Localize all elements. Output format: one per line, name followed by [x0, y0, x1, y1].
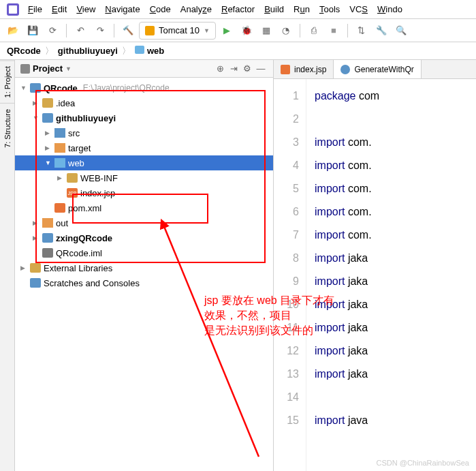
expand-icon[interactable]: ▶ — [33, 100, 39, 106]
folder-icon — [54, 143, 65, 153]
separator — [347, 24, 348, 37]
stop-icon[interactable]: ■ — [325, 22, 343, 40]
editor-area: index.jsp GenerateWithQr 123456789101112… — [274, 60, 476, 471]
breadcrumb-item[interactable]: web — [135, 46, 164, 56]
left-gutter: 1: Project 7: Structure — [0, 60, 15, 471]
tree-item-out[interactable]: ▶ out — [15, 215, 273, 230]
web-folder-icon — [54, 158, 65, 168]
tomcat-icon — [145, 26, 155, 35]
expand-icon[interactable]: ▶ — [57, 174, 64, 181]
menu-tools[interactable]: Tools — [315, 3, 345, 16]
project-tree[interactable]: ▼ QRcode E:\Java\project\QRcode ▶ .idea … — [15, 78, 273, 471]
refresh-icon[interactable]: ⟳ — [44, 22, 61, 40]
menu-build[interactable]: Build — [259, 3, 289, 16]
tab-generate[interactable]: GenerateWithQr — [334, 60, 421, 78]
tree-item-pom[interactable]: pom.xml — [15, 200, 273, 215]
breadcrumb-item[interactable]: githubliuyueyi — [58, 46, 118, 56]
tree-item-target[interactable]: ▶ target — [15, 140, 273, 155]
expand-icon[interactable]: ▶ — [20, 264, 27, 271]
folder-icon — [42, 218, 53, 228]
menu-analyze[interactable]: Analyze — [176, 3, 217, 16]
tree-item-indexjsp[interactable]: JSP index.jsp — [15, 185, 273, 200]
expand-icon[interactable]: ▶ — [45, 130, 52, 136]
tree-item-module[interactable]: ▼ githubliuyueyi — [15, 110, 273, 125]
hammer-icon[interactable]: 🔨 — [119, 22, 137, 40]
editor-tabs: index.jsp GenerateWithQr — [274, 60, 476, 79]
jsp-file-icon — [281, 65, 290, 74]
iml-file-icon — [42, 248, 53, 258]
scratch-icon — [30, 278, 41, 288]
redo-icon[interactable]: ↷ — [91, 22, 109, 40]
tree-item-iml[interactable]: QRcode.iml — [15, 245, 273, 260]
tree-item-src[interactable]: ▶ src — [15, 125, 273, 140]
tree-item-web[interactable]: ▼ web — [15, 155, 273, 170]
expand-icon[interactable]: ▼ — [45, 159, 52, 166]
hide-icon[interactable]: — — [254, 62, 268, 76]
search-icon[interactable]: 🔍 — [392, 22, 410, 40]
tree-root[interactable]: ▼ QRcode E:\Java\project\QRcode — [15, 80, 273, 95]
menu-refactor[interactable]: Refactor — [217, 3, 259, 16]
menu-code[interactable]: Code — [145, 3, 176, 16]
menu-bar: File Edit View Navigate Code Analyze Ref… — [0, 0, 476, 19]
menu-view[interactable]: View — [72, 3, 100, 16]
tree-item-scratches[interactable]: Scratches and Consoles — [15, 275, 273, 290]
settings-icon[interactable]: ⚙ — [240, 62, 254, 76]
project-panel-header: Project ▼ ⊕ ⇥ ⚙ — — [15, 60, 273, 78]
attach-icon[interactable]: ⎙ — [305, 22, 323, 40]
separator — [114, 24, 114, 37]
tree-item-idea[interactable]: ▶ .idea — [15, 95, 273, 110]
tree-item-webinf[interactable]: ▶ WEB-INF — [15, 170, 273, 185]
collapse-icon[interactable]: ⇥ — [227, 62, 240, 76]
menu-file[interactable]: File — [23, 3, 47, 16]
vcs-icon[interactable]: ⇅ — [353, 22, 370, 40]
project-view-icon — [20, 64, 30, 74]
chevron-down-icon[interactable]: ▼ — [65, 65, 72, 72]
breadcrumb-item[interactable]: QRcode — [7, 46, 41, 56]
expand-icon[interactable]: ▼ — [33, 115, 39, 121]
code-content[interactable]: package com import com.import com.import… — [306, 79, 476, 471]
profiler-icon[interactable]: ◔ — [277, 22, 295, 40]
menu-run[interactable]: Run — [289, 3, 315, 16]
undo-icon[interactable]: ↶ — [72, 22, 89, 40]
source-folder-icon — [54, 128, 65, 138]
expand-icon[interactable]: ▶ — [45, 145, 52, 151]
run-configuration[interactable]: Tomcat 10 ▼ — [139, 22, 216, 40]
expand-icon[interactable]: ▶ — [33, 219, 39, 226]
coverage-icon[interactable]: ▦ — [257, 22, 275, 40]
menu-vcs[interactable]: VCS — [345, 3, 372, 16]
breadcrumb-sep: 〉 — [122, 45, 131, 57]
panel-title: Project ▼ — [20, 63, 213, 74]
side-tab-structure[interactable]: 7: Structure — [0, 103, 14, 153]
tree-item-zxing[interactable]: ▶ zxingQRcode — [15, 230, 273, 245]
tab-indexjsp[interactable]: index.jsp — [274, 60, 334, 78]
chevron-down-icon: ▼ — [204, 27, 210, 34]
target-icon[interactable]: ⊕ — [213, 62, 227, 76]
module-icon — [42, 113, 53, 123]
side-tab-project[interactable]: 1: Project — [0, 60, 14, 103]
breadcrumb: QRcode 〉 githubliuyueyi 〉 web — [0, 42, 476, 60]
toolbar: 📂 💾 ⟳ ↶ ↷ 🔨 Tomcat 10 ▼ ▶ 🐞 ▦ ◔ ⎙ ■ ⇅ 🔧 … — [0, 19, 476, 42]
menu-navigate[interactable]: Navigate — [100, 3, 144, 16]
debug-icon[interactable]: 🐞 — [238, 22, 255, 40]
save-icon[interactable]: 💾 — [24, 22, 42, 40]
expand-icon[interactable]: ▼ — [20, 85, 27, 91]
folder-icon — [67, 173, 78, 183]
code-editor[interactable]: 123456789101112131415 package com import… — [274, 79, 476, 471]
run-icon[interactable]: ▶ — [218, 22, 236, 40]
app-icon — [7, 3, 19, 16]
watermark: CSDN @ChinaRainbowSea — [376, 459, 469, 467]
tree-item-external-libs[interactable]: ▶ External Libraries — [15, 260, 273, 275]
menu-window[interactable]: Windo — [372, 3, 407, 16]
separator — [66, 24, 67, 37]
open-icon[interactable]: 📂 — [4, 22, 22, 40]
library-icon — [30, 263, 41, 273]
wrench-icon[interactable]: 🔧 — [372, 22, 390, 40]
folder-icon — [42, 98, 53, 108]
module-icon — [30, 83, 41, 93]
project-panel: Project ▼ ⊕ ⇥ ⚙ — ▼ QRcode E:\Java\proje… — [15, 60, 274, 471]
expand-icon[interactable]: ▶ — [33, 234, 39, 241]
jsp-file-icon: JSP — [67, 188, 78, 198]
menu-edit[interactable]: Edit — [47, 3, 72, 16]
line-gutter: 123456789101112131415 — [274, 79, 306, 471]
separator — [300, 24, 300, 37]
